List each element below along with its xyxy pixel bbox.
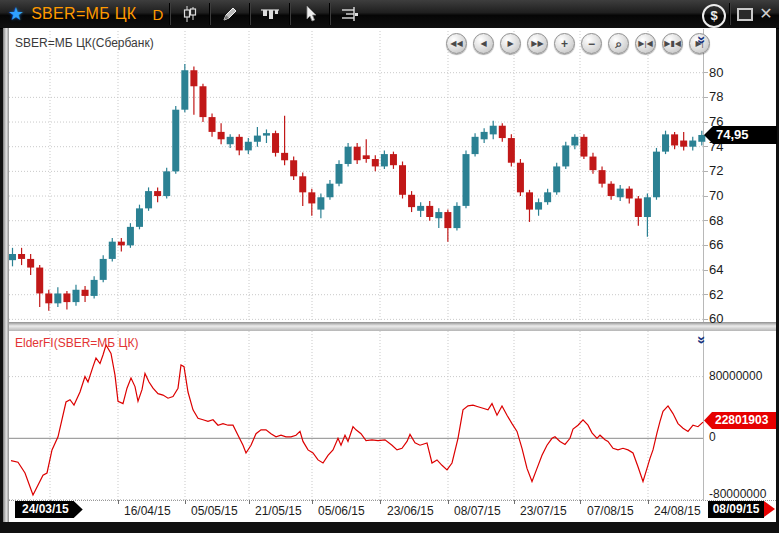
title-bar: ★ SBER=МБ ЦК D	[0, 0, 779, 29]
zoom-out-button-glyph: −	[588, 38, 595, 50]
price-tick-label: 60	[709, 311, 723, 326]
panel-splitter[interactable]	[9, 322, 776, 331]
date-tick-mark	[185, 500, 186, 504]
chart-navigation-toolbar: ◀◀◀▶▶▶+−⌕▶|◀▶▮◀▶|	[446, 33, 710, 54]
collapse-indicator-panel-icon[interactable]: «	[692, 332, 708, 348]
date-label: 23/06/15	[387, 504, 434, 518]
instrument-symbol: SBER=МБ ЦК	[31, 5, 136, 23]
toolbar-separator	[169, 3, 171, 25]
price-tick-mark	[704, 171, 708, 172]
price-tick-mark	[704, 319, 708, 320]
price-tick-label: 78	[709, 89, 723, 104]
indicator-panel-title: ElderFI(SBER=МБ ЦК)	[15, 336, 138, 350]
date-label: 24/08/15	[654, 504, 701, 518]
zoom-select-button[interactable]: ⌕	[608, 33, 629, 54]
first-date-badge: 24/03/15	[15, 501, 83, 518]
auto-scale-button-glyph: ▶▮◀	[664, 40, 681, 48]
price-tick-label: 64	[709, 262, 723, 277]
zoom-out-button[interactable]: −	[581, 33, 602, 54]
price-tick-label: 62	[709, 287, 723, 302]
elderfi-plot[interactable]	[9, 331, 706, 500]
chart-style-icon[interactable]	[257, 2, 283, 26]
scroll-start-button[interactable]: ◀◀	[446, 33, 467, 54]
main-panel-title: SBER=МБ ЦК(Сбербанк)	[15, 36, 154, 50]
toolbar-separator	[249, 3, 251, 25]
date-label: 08/07/15	[454, 504, 501, 518]
price-tick-label: 72	[709, 163, 723, 178]
price-tick-mark	[704, 294, 708, 295]
close-window-button[interactable]: ✕	[757, 4, 775, 24]
zoom-in-button-glyph: +	[561, 38, 568, 50]
price-tick-mark	[704, 196, 708, 197]
compress-scale-button[interactable]: ▶|◀	[635, 33, 656, 54]
price-tick-mark	[704, 245, 708, 246]
last-date-badge: 08/09/15	[708, 501, 764, 518]
cursor-icon[interactable]	[297, 2, 323, 26]
date-tick-mark	[380, 500, 381, 504]
scroll-to-latest-arrow-icon[interactable]	[764, 501, 775, 517]
currency-button[interactable]: $	[702, 4, 726, 28]
indicator-icon[interactable]	[337, 2, 363, 26]
timeframe-label[interactable]: D	[152, 6, 163, 23]
price-tick-mark	[704, 122, 708, 123]
auto-scale-button[interactable]: ▶▮◀	[662, 33, 683, 54]
last-price-flag: 74,95	[704, 126, 777, 144]
indicator-tick-label: 80000000	[709, 369, 762, 383]
scroll-right-button-glyph: ▶	[507, 40, 513, 48]
date-label: 05/06/15	[318, 504, 365, 518]
date-label: 21/05/15	[255, 504, 302, 518]
scroll-left-button[interactable]: ◀	[473, 33, 494, 54]
price-tick-mark	[704, 220, 708, 221]
indicator-tick-label: 0	[709, 430, 716, 444]
restore-window-button[interactable]	[737, 8, 753, 21]
date-tick-mark	[118, 500, 119, 504]
candlestick-plot[interactable]	[9, 31, 706, 322]
price-tick-mark	[704, 270, 708, 271]
toolbar-separator	[209, 3, 211, 25]
zoom-select-button-glyph: ⌕	[615, 38, 622, 50]
price-tick-label: 70	[709, 188, 723, 203]
scroll-right-button[interactable]: ▶	[500, 33, 521, 54]
date-label: 07/08/15	[587, 504, 634, 518]
scroll-end-button[interactable]: ▶▶	[527, 33, 548, 54]
toolbar-separator	[289, 3, 291, 25]
date-label: 23/07/15	[520, 504, 567, 518]
price-tick-mark	[704, 146, 708, 147]
compress-scale-button-glyph: ▶|◀	[638, 40, 652, 48]
scroll-left-button-glyph: ◀	[480, 40, 486, 48]
price-tick-label: 68	[709, 213, 723, 228]
price-tick-mark	[704, 72, 708, 73]
draw-pencil-icon[interactable]	[217, 2, 243, 26]
scroll-end-button-glyph: ▶▶	[531, 40, 543, 48]
favorite-star-icon[interactable]: ★	[8, 3, 24, 25]
indicator-value-flag: 22801903	[704, 412, 776, 429]
price-tick-label: 80	[709, 65, 723, 80]
scroll-start-button-glyph: ◀◀	[450, 40, 462, 48]
collapse-main-panel-icon[interactable]: «	[692, 32, 708, 48]
date-label: 16/04/15	[124, 504, 171, 518]
date-label: 05/05/15	[191, 504, 238, 518]
toolbar-separator	[329, 3, 331, 25]
trading-terminal-window: ★ SBER=МБ ЦК D	[0, 0, 779, 533]
date-tick-mark	[580, 500, 581, 504]
zoom-in-button[interactable]: +	[554, 33, 575, 54]
indicator-tick-label: -80000000	[709, 487, 766, 501]
window-controls-separator	[729, 3, 731, 25]
date-tick-mark	[514, 500, 515, 504]
candlestick-chart-icon[interactable]	[177, 2, 203, 26]
price-tick-mark	[704, 97, 708, 98]
date-tick-mark	[448, 500, 449, 504]
date-tick-mark	[249, 500, 250, 504]
date-tick-mark	[312, 500, 313, 504]
price-tick-label: 66	[709, 237, 723, 252]
date-tick-mark	[648, 500, 649, 504]
